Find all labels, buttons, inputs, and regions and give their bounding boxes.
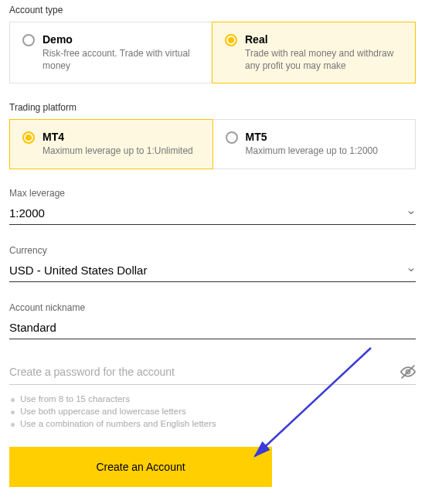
password-input[interactable] — [9, 366, 400, 378]
max-leverage-select[interactable]: 1:2000 — [9, 202, 416, 225]
radio-icon — [225, 34, 237, 46]
account-nickname-input[interactable]: Standard — [9, 316, 416, 339]
radio-title: MT5 — [246, 131, 403, 143]
account-nickname-label: Account nickname — [9, 302, 416, 313]
radio-icon — [22, 34, 35, 46]
account-type-real[interactable]: Real Trade with real money and withdraw … — [212, 22, 416, 83]
create-account-button[interactable]: Create an Account — [9, 447, 272, 487]
radio-desc: Risk-free account. Trade with virtual mo… — [42, 47, 200, 72]
currency-value: USD - United States Dollar — [9, 264, 147, 277]
account-type-group: Demo Risk-free account. Trade with virtu… — [9, 22, 416, 83]
radio-desc: Maximum leverage up to 1:Unlimited — [42, 145, 200, 157]
chevron-down-icon — [406, 208, 416, 217]
account-type-demo[interactable]: Demo Risk-free account. Trade with virtu… — [10, 22, 212, 83]
platform-mt4[interactable]: MT4 Maximum leverage up to 1:Unlimited — [9, 119, 213, 169]
password-rule: Use from 8 to 15 characters — [9, 393, 416, 405]
password-rule: Use a combination of numbers and English… — [9, 417, 416, 430]
radio-desc: Maximum leverage up to 1:2000 — [246, 145, 403, 157]
radio-title: MT4 — [42, 131, 200, 143]
max-leverage-value: 1:2000 — [9, 206, 45, 220]
radio-icon — [226, 131, 238, 144]
max-leverage-label: Max leverage — [9, 188, 416, 199]
currency-label: Currency — [9, 245, 416, 256]
radio-icon — [22, 131, 35, 144]
password-rules: Use from 8 to 15 characters Use both upp… — [9, 393, 416, 430]
password-rule: Use both uppercase and lowercase letters — [9, 405, 416, 417]
trading-platform-label: Trading platform — [9, 102, 416, 113]
radio-title: Real — [245, 33, 403, 46]
platform-mt5[interactable]: MT5 Maximum leverage up to 1:2000 — [212, 120, 416, 168]
password-field[interactable] — [9, 359, 416, 385]
currency-select[interactable]: USD - United States Dollar — [9, 259, 416, 282]
account-type-label: Account type — [9, 5, 416, 15]
chevron-down-icon — [406, 265, 416, 274]
trading-platform-group: MT4 Maximum leverage up to 1:Unlimited M… — [9, 119, 416, 169]
eye-off-icon[interactable] — [400, 364, 416, 380]
radio-desc: Trade with real money and withdraw any p… — [245, 47, 403, 72]
account-nickname-value: Standard — [9, 321, 56, 334]
radio-title: Demo — [42, 33, 200, 46]
